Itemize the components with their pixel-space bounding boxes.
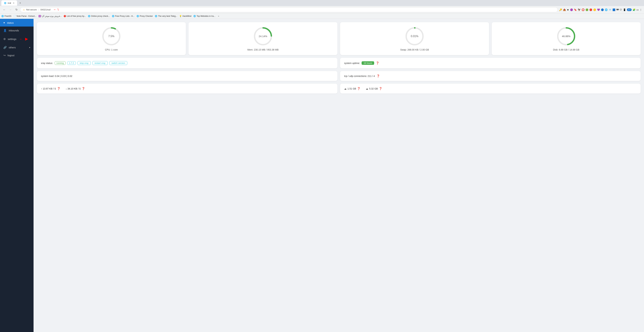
sidebar-label-others: others <box>9 46 16 49</box>
upload-speed-text: ↑ 13.97 KB / S <box>41 87 56 90</box>
bookmark-freess[interactable]: 🌐FreeSS <box>1 15 12 17</box>
ext-count-badge: 207 <box>627 9 632 11</box>
sidebar-label-status: status <box>7 21 14 24</box>
status-row-1: xray status: running 1.7.2 stop xray res… <box>37 58 641 68</box>
total-upload-text: 1.51 GB <box>348 87 356 90</box>
main-app: ● status 👤 inbounds ⚙ settings ← ▶ 🔗 oth… <box>0 19 644 332</box>
status-icon: ● <box>3 21 5 24</box>
cpu-gauge-card: 7.5% CPU: 1 core <box>37 22 186 55</box>
others-icon: 🔗 <box>3 46 7 49</box>
forward-button[interactable]: → <box>8 8 13 12</box>
nav-bar: ← → ↻ ⚠ Not secure | :54321/xui/ ← \ 🔑 📤… <box>0 6 644 14</box>
restart-xray-button[interactable]: restart xray <box>92 61 108 65</box>
bookmark-proxy1[interactable]: 🔴List of free proxy by... <box>64 15 86 17</box>
system-load-card: system load: 0.04 | 0.03 | 0.02 <box>37 71 338 81</box>
bookmarks-bar: 🌐FreeSS 📄Note Parse - Extract... 🆔فروش و… <box>0 14 644 19</box>
disk-label: Disk: 6.88 GB / 14.68 GB <box>553 48 579 51</box>
status-row-3: ↑ 13.97 KB / S ❓ ↓ 34.10 KB / S ❓ ☁ 1.51… <box>37 84 641 94</box>
bookmark-topwebsites[interactable]: 🌐Top Websites in Ira... <box>193 15 215 17</box>
bookmark-proxycheck[interactable]: 🌐Online proxy check... <box>88 15 110 17</box>
cpu-label: CPU: 1 core <box>105 48 118 51</box>
sidebar-item-settings[interactable]: ⚙ settings ← ▶ <box>0 34 34 44</box>
security-warning-icon: ⚠ <box>23 9 25 11</box>
sidebar-item-others[interactable]: 🔗 others ▾ <box>0 44 34 51</box>
back-button[interactable]: ← <box>2 8 7 12</box>
download-help-icon[interactable]: ❓ <box>82 87 85 90</box>
sidebar-item-status[interactable]: ● status <box>0 19 34 27</box>
mem-label: Mem: 230.15 MB / 953.38 MB <box>247 48 278 51</box>
disk-gauge-card: 46.88% Disk: 6.88 GB / 14.68 GB <box>492 22 641 55</box>
total-download-text: 5.32 GB <box>369 87 378 90</box>
mem-value-text: 24.14% <box>259 35 267 38</box>
sidebar: ● status 👤 inbounds ⚙ settings ← ▶ 🔗 oth… <box>0 19 34 332</box>
red-pointer: ▶ <box>25 37 28 41</box>
upload-speed-item: ↑ 13.97 KB / S ❓ <box>41 87 60 90</box>
cpu-value-text: 7.5% <box>108 35 114 38</box>
cpu-gauge-svg: 7.5% <box>101 26 122 46</box>
xray-running-badge: running <box>55 61 66 65</box>
active-tab[interactable]: 🌐 x-ui ✕ <box>1 0 17 6</box>
xray-status-label: xray status: <box>41 62 53 65</box>
bookmarks-more[interactable]: » <box>218 15 219 17</box>
mem-gauge-svg: 24.14% <box>253 26 273 46</box>
download-speed-item: ↓ 34.10 KB / S ❓ <box>66 87 85 90</box>
total-upload-icon: ☁ <box>344 87 346 90</box>
swap-value-text: 0.01% <box>411 35 418 38</box>
total-download-item: ☁ 5.32 GB ❓ <box>366 87 382 90</box>
swap-gauge-container: 0.01% <box>404 26 425 46</box>
inbounds-icon: 👤 <box>3 29 7 32</box>
system-uptime-card: system uptime: 19 hours ❓ <box>340 58 641 68</box>
total-download-icon: ☁ <box>366 87 368 90</box>
uptime-help-icon[interactable]: ❓ <box>376 61 379 65</box>
bookmark-proxylists[interactable]: 🌐Free Proxy Lists - H... <box>112 15 134 17</box>
settings-icon: ⚙ <box>3 38 6 41</box>
system-load-text: system load: 0.04 | 0.03 | 0.02 <box>41 75 72 77</box>
sidebar-label-inbounds: inbounds <box>9 29 19 32</box>
logout-icon: ↪ <box>3 54 6 57</box>
address-bar[interactable]: ⚠ Not secure | :54321/xui/ ← \ <box>20 7 558 12</box>
sidebar-item-inbounds[interactable]: 👤 inbounds <box>0 27 34 34</box>
tcp-help-icon[interactable]: ❓ <box>376 74 380 78</box>
tab-title: x-ui <box>8 2 11 4</box>
sidebar-item-logout[interactable]: ↪ logout <box>0 51 34 59</box>
bookmark-telegram[interactable]: 🌐The very best Teleg... <box>155 15 177 17</box>
mem-gauge-card: 24.14% Mem: 230.15 MB / 953.38 MB <box>188 22 338 55</box>
not-secure-label: Not secure <box>26 9 37 11</box>
bookmark-noteparse[interactable]: 📄Note Parse - Extract... <box>14 15 36 17</box>
status-rows: xray status: running 1.7.2 stop xray res… <box>37 58 641 94</box>
bookmark-proxychecker[interactable]: 🌐Proxy Checker <box>136 15 153 17</box>
mem-gauge-container: 24.14% <box>253 26 273 46</box>
xray-status-card: xray status: running 1.7.2 stop xray res… <box>37 58 338 68</box>
stop-xray-button[interactable]: stop xray <box>78 61 91 65</box>
xray-version-badge: 1.7.2 <box>67 61 76 65</box>
disk-gauge-container: 46.88% <box>556 26 576 46</box>
browser-chrome: 🌐 x-ui ✕ + ← → ↻ ⚠ Not secure | :54321/x… <box>0 0 644 19</box>
network-speed-card: ↑ 13.97 KB / S ❓ ↓ 34.10 KB / S ❓ <box>37 84 338 94</box>
total-download-help-icon[interactable]: ❓ <box>379 87 382 90</box>
total-upload-item: ☁ 1.51 GB ❓ <box>344 87 360 90</box>
red-slash: \ <box>58 8 58 12</box>
uptime-value-badge: 19 hours <box>362 61 374 65</box>
extension-icons: 🔑 📤 ★ 🟣 🔖 🦅 ⭕ 🟢 🔴 🟡 💜 🔵 🌐 📧 🟦 🗺 🛡 📱 207 … <box>559 9 642 11</box>
bookmark-farsi[interactable]: 🆔فروش ویژه موش گرا... <box>38 15 62 17</box>
disk-gauge-svg: 46.88% <box>556 26 576 46</box>
cpu-gauge-container: 7.5% <box>101 26 122 46</box>
upload-help-icon[interactable]: ❓ <box>57 87 60 90</box>
status-row-2: system load: 0.04 | 0.03 | 0.02 tcp / ud… <box>37 71 641 81</box>
swap-label: Swap: 268.00 KB / 2.00 GB <box>400 48 429 51</box>
tab-bar: 🌐 x-ui ✕ + <box>0 0 644 6</box>
bookmark-hackmind[interactable]: 💡HackMind <box>179 15 191 17</box>
chevron-down-icon: ▾ <box>29 46 30 49</box>
uptime-label: system uptime: <box>344 62 360 65</box>
download-speed-text: ↓ 34.10 KB / S <box>66 87 81 90</box>
network-totals-card: ☁ 1.51 GB ❓ ☁ 5.32 GB ❓ <box>340 84 641 94</box>
reload-button[interactable]: ↻ <box>14 8 19 12</box>
switch-version-button[interactable]: switch version <box>109 61 128 65</box>
total-upload-help-icon[interactable]: ❓ <box>357 87 360 90</box>
url-text: :54321/xui/ <box>40 9 51 11</box>
red-arrow-url: ← <box>53 8 56 12</box>
gauges-row: 7.5% CPU: 1 core 24.14% Mem: 230.15 MB /… <box>37 22 641 55</box>
swap-gauge-card: 0.01% Swap: 268.00 KB / 2.00 GB <box>340 22 489 55</box>
disk-value-text: 46.88% <box>562 35 570 38</box>
main-content: 7.5% CPU: 1 core 24.14% Mem: 230.15 MB /… <box>34 19 644 332</box>
